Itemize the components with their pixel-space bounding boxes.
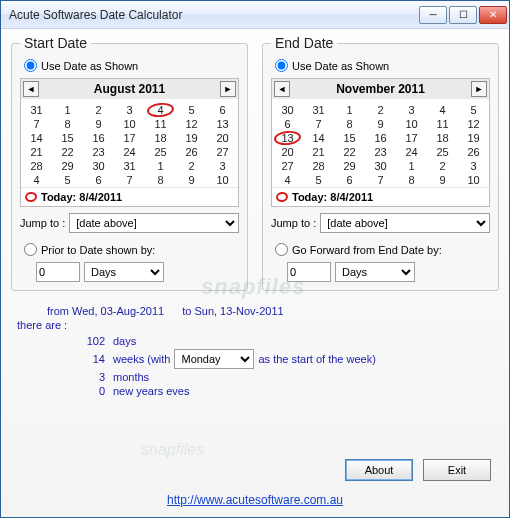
end-use-as-shown-radio[interactable] xyxy=(275,59,288,72)
start-use-as-shown-radio[interactable] xyxy=(24,59,37,72)
cal-day[interactable]: 12 xyxy=(176,117,207,131)
cal-day[interactable]: 21 xyxy=(21,145,52,159)
start-offset-input[interactable] xyxy=(36,262,80,282)
cal-day[interactable]: 9 xyxy=(83,117,114,131)
cal-day[interactable]: 10 xyxy=(458,173,489,187)
cal-day[interactable]: 8 xyxy=(145,173,176,187)
cal-day[interactable]: 14 xyxy=(21,131,52,145)
cal-day[interactable]: 6 xyxy=(83,173,114,187)
cal-day[interactable]: 4 xyxy=(21,173,52,187)
close-button[interactable]: ✕ xyxy=(479,6,507,24)
cal-day[interactable]: 24 xyxy=(114,145,145,159)
cal-day[interactable]: 19 xyxy=(458,131,489,145)
cal-day[interactable]: 22 xyxy=(334,145,365,159)
cal-day[interactable]: 6 xyxy=(334,173,365,187)
cal-day[interactable]: 9 xyxy=(427,173,458,187)
cal-day[interactable]: 24 xyxy=(396,145,427,159)
cal-day[interactable]: 10 xyxy=(114,117,145,131)
end-forward-radio[interactable] xyxy=(275,243,288,256)
cal-day[interactable]: 3 xyxy=(207,159,238,173)
cal-day[interactable]: 30 xyxy=(365,159,396,173)
cal-day[interactable]: 29 xyxy=(52,159,83,173)
cal-day[interactable]: 9 xyxy=(176,173,207,187)
cal-day[interactable]: 17 xyxy=(396,131,427,145)
cal-day[interactable]: 6 xyxy=(207,103,238,117)
cal-day[interactable]: 4 xyxy=(145,103,176,117)
website-link[interactable]: http://www.acutesoftware.com.au xyxy=(167,493,343,507)
cal-day[interactable]: 2 xyxy=(83,103,114,117)
cal-day[interactable]: 20 xyxy=(272,145,303,159)
cal-day[interactable]: 16 xyxy=(365,131,396,145)
cal-day[interactable]: 7 xyxy=(365,173,396,187)
cal-day[interactable]: 30 xyxy=(83,159,114,173)
cal-day[interactable]: 11 xyxy=(427,117,458,131)
cal-day[interactable]: 8 xyxy=(52,117,83,131)
cal-day[interactable]: 1 xyxy=(334,103,365,117)
cal-day[interactable]: 3 xyxy=(114,103,145,117)
start-today-row[interactable]: Today: 8/4/2011 xyxy=(21,187,238,206)
maximize-button[interactable]: ☐ xyxy=(449,6,477,24)
cal-day[interactable]: 5 xyxy=(303,173,334,187)
cal-day[interactable]: 27 xyxy=(272,159,303,173)
end-cal-next-button[interactable]: ► xyxy=(471,81,487,97)
end-offset-input[interactable] xyxy=(287,262,331,282)
cal-day[interactable]: 8 xyxy=(396,173,427,187)
start-offset-unit-select[interactable]: Days xyxy=(84,262,164,282)
cal-day[interactable]: 23 xyxy=(83,145,114,159)
end-jump-select[interactable]: [date above] xyxy=(320,213,490,233)
cal-day[interactable]: 4 xyxy=(272,173,303,187)
cal-day[interactable]: 7 xyxy=(303,117,334,131)
cal-day[interactable]: 17 xyxy=(114,131,145,145)
start-calendar[interactable]: ◄ August 2011 ► 311234567891011121314151… xyxy=(20,78,239,207)
cal-day[interactable]: 13 xyxy=(207,117,238,131)
start-cal-prev-button[interactable]: ◄ xyxy=(23,81,39,97)
cal-day[interactable]: 25 xyxy=(145,145,176,159)
end-calendar[interactable]: ◄ November 2011 ► 3031123456789101112131… xyxy=(271,78,490,207)
cal-day[interactable]: 2 xyxy=(365,103,396,117)
cal-day[interactable]: 18 xyxy=(145,131,176,145)
cal-day[interactable]: 22 xyxy=(52,145,83,159)
cal-day[interactable]: 10 xyxy=(396,117,427,131)
cal-day[interactable]: 8 xyxy=(334,117,365,131)
cal-day[interactable]: 13 xyxy=(272,131,303,145)
cal-day[interactable]: 1 xyxy=(52,103,83,117)
cal-day[interactable]: 31 xyxy=(114,159,145,173)
cal-day[interactable]: 19 xyxy=(176,131,207,145)
cal-day[interactable]: 5 xyxy=(52,173,83,187)
cal-day[interactable]: 23 xyxy=(365,145,396,159)
end-cal-grid[interactable]: 3031123456789101112131415161718192021222… xyxy=(272,99,489,187)
cal-day[interactable]: 2 xyxy=(427,159,458,173)
cal-day[interactable]: 14 xyxy=(303,131,334,145)
cal-day[interactable]: 6 xyxy=(272,117,303,131)
cal-day[interactable]: 3 xyxy=(396,103,427,117)
cal-day[interactable]: 9 xyxy=(365,117,396,131)
start-jump-select[interactable]: [date above] xyxy=(69,213,239,233)
about-button[interactable]: About xyxy=(345,459,413,481)
cal-day[interactable]: 26 xyxy=(176,145,207,159)
week-start-select[interactable]: Monday xyxy=(174,349,254,369)
cal-day[interactable]: 15 xyxy=(52,131,83,145)
cal-day[interactable]: 12 xyxy=(458,117,489,131)
start-cal-next-button[interactable]: ► xyxy=(220,81,236,97)
cal-day[interactable]: 27 xyxy=(207,145,238,159)
cal-day[interactable]: 7 xyxy=(114,173,145,187)
cal-day[interactable]: 2 xyxy=(176,159,207,173)
end-offset-unit-select[interactable]: Days xyxy=(335,262,415,282)
cal-day[interactable]: 4 xyxy=(427,103,458,117)
cal-day[interactable]: 21 xyxy=(303,145,334,159)
cal-day[interactable]: 30 xyxy=(272,103,303,117)
end-today-row[interactable]: Today: 8/4/2011 xyxy=(272,187,489,206)
end-cal-prev-button[interactable]: ◄ xyxy=(274,81,290,97)
cal-day[interactable]: 31 xyxy=(303,103,334,117)
start-cal-grid[interactable]: 3112345678910111213141516171819202122232… xyxy=(21,99,238,187)
cal-day[interactable]: 26 xyxy=(458,145,489,159)
cal-day[interactable]: 5 xyxy=(458,103,489,117)
cal-day[interactable]: 16 xyxy=(83,131,114,145)
cal-day[interactable]: 1 xyxy=(396,159,427,173)
cal-day[interactable]: 15 xyxy=(334,131,365,145)
cal-day[interactable]: 25 xyxy=(427,145,458,159)
cal-day[interactable]: 5 xyxy=(176,103,207,117)
cal-day[interactable]: 29 xyxy=(334,159,365,173)
cal-day[interactable]: 11 xyxy=(145,117,176,131)
cal-day[interactable]: 20 xyxy=(207,131,238,145)
